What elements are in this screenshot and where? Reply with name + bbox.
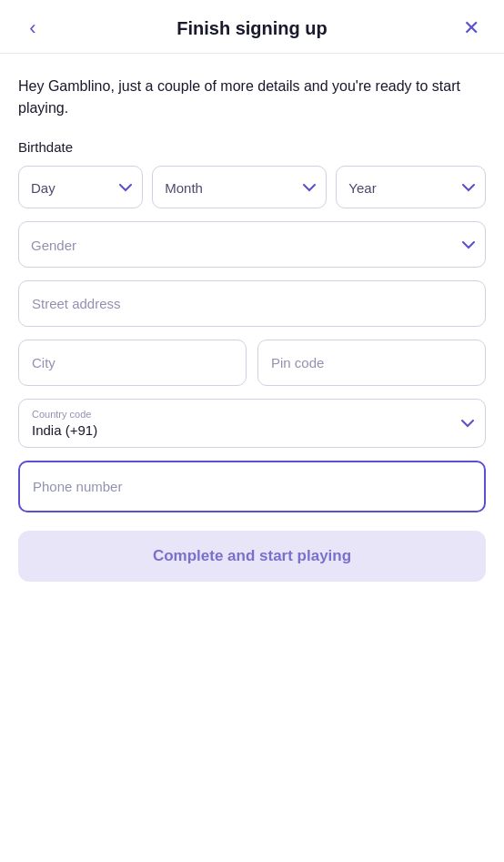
birthdate-row: Day Month Year: [18, 166, 486, 208]
phone-input-wrapper: [18, 461, 486, 512]
gender-select-wrapper: Male Female Other Prefer not to say Gend…: [18, 221, 486, 268]
pin-wrapper: [257, 340, 486, 386]
country-code-label: Country code: [32, 409, 452, 420]
intro-text: Hey Gamblino, just a couple of more deta…: [18, 76, 486, 119]
year-select-wrapper: Year: [336, 166, 486, 208]
country-code-dropdown[interactable]: Country code India (+91): [18, 399, 486, 448]
content-area: Hey Gamblino, just a couple of more deta…: [0, 54, 504, 862]
phone-frame: ‹ Finish signing up ✕ Hey Gamblino, just…: [0, 0, 504, 862]
year-select[interactable]: [336, 166, 486, 208]
header: ‹ Finish signing up ✕: [0, 0, 504, 54]
city-input[interactable]: [18, 340, 247, 386]
phone-number-input[interactable]: [18, 461, 486, 512]
gender-select[interactable]: Male Female Other Prefer not to say: [18, 221, 486, 268]
day-select-wrapper: Day: [18, 166, 143, 208]
month-select-wrapper: Month: [152, 166, 327, 208]
month-select[interactable]: [152, 166, 327, 208]
close-button[interactable]: ✕: [457, 16, 486, 40]
back-button[interactable]: ‹: [18, 16, 47, 40]
city-wrapper: [18, 340, 247, 386]
complete-button[interactable]: Complete and start playing: [18, 531, 486, 582]
street-address-input[interactable]: [18, 280, 486, 327]
pin-code-input[interactable]: [257, 340, 486, 386]
country-code-value: India (+91): [32, 422, 452, 438]
page-title: Finish signing up: [47, 18, 457, 39]
country-code-chevron-icon: [461, 415, 474, 431]
day-select[interactable]: [18, 166, 143, 208]
street-address-wrapper: [18, 280, 486, 327]
birthdate-label: Birthdate: [18, 139, 486, 155]
city-pin-row: [18, 340, 486, 386]
